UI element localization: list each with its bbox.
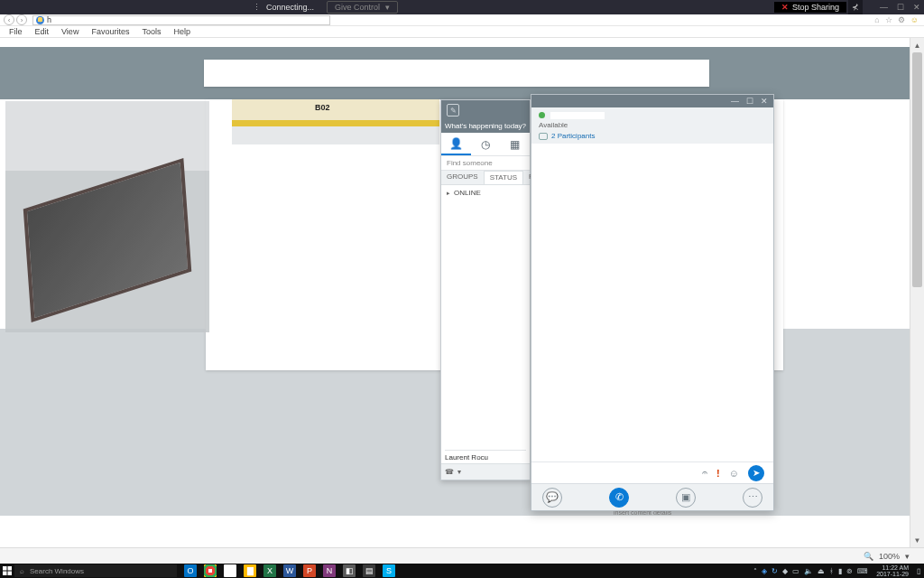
chevron-down-icon[interactable]: ▾: [457, 468, 461, 476]
menu-view[interactable]: View: [61, 27, 79, 36]
vertical-scrollbar[interactable]: ▲ ▼: [910, 38, 924, 547]
attach-icon[interactable]: 𝄐: [702, 467, 707, 479]
tab-groups[interactable]: GROUPS: [441, 171, 484, 184]
more-button[interactable]: ⋯: [743, 488, 762, 508]
favorites-icon[interactable]: ☆: [885, 15, 892, 24]
taskbar-app-ie[interactable]: e: [224, 564, 236, 577]
menu-help[interactable]: Help: [173, 27, 190, 36]
search-placeholder: Search Windows: [30, 567, 84, 575]
taskbar-app-word[interactable]: W: [283, 564, 296, 577]
emoji-icon[interactable]: ☺: [729, 468, 739, 479]
taskbar-app-explorer[interactable]: ▇: [244, 564, 256, 577]
taskbar-app-excel[interactable]: X: [263, 564, 276, 577]
tab-status[interactable]: STATUS: [484, 171, 523, 184]
scroll-up-button[interactable]: ▲: [910, 38, 924, 52]
settings-gear-icon[interactable]: ⚙: [898, 15, 905, 24]
taskbar-app-skype[interactable]: S: [383, 564, 395, 577]
scroll-down-button[interactable]: ▼: [910, 533, 924, 547]
svg-rect-3: [8, 572, 13, 576]
minimize-button[interactable]: —: [880, 3, 888, 12]
phone-device-icon[interactable]: ☎: [445, 468, 454, 476]
address-bar[interactable]: h: [32, 15, 330, 25]
pin-button[interactable]: ⊀: [848, 0, 863, 14]
svg-rect-2: [3, 572, 7, 576]
zoom-icon[interactable]: 🔍: [864, 552, 873, 561]
system-tray: ˄ ◈ ↻ ◆ ▭ 🔈 ⏏ ᚼ ▮ ⊚ ⌨ 11:22 AM 2017-11-2…: [753, 564, 924, 577]
stop-sharing-button[interactable]: ✕ Stop Sharing: [774, 2, 846, 13]
history-tab-button[interactable]: ◷: [471, 133, 501, 155]
tray-network-icon[interactable]: ▭: [792, 567, 799, 575]
menu-tools[interactable]: Tools: [142, 27, 161, 36]
give-control-label: Give Control: [335, 3, 380, 12]
tray-indicator-1[interactable]: ◆: [782, 567, 788, 575]
start-button[interactable]: [0, 564, 14, 578]
tray-sync-icon[interactable]: ↻: [772, 567, 778, 575]
svg-rect-1: [8, 566, 13, 571]
hero-photo: [5, 101, 209, 332]
participants-link[interactable]: 2 Participants: [539, 132, 766, 140]
back-button[interactable]: ‹: [4, 14, 14, 25]
tray-chevron-up-icon[interactable]: ˄: [753, 567, 757, 575]
contact-row[interactable]: Laurent Rocu: [445, 450, 526, 461]
tray-input-icon[interactable]: ⌨: [857, 567, 868, 575]
conv-minimize-button[interactable]: —: [731, 97, 739, 106]
clock-icon: ◷: [481, 138, 490, 151]
zoom-level[interactable]: 100%: [879, 552, 900, 561]
tray-shield-icon[interactable]: ◈: [762, 567, 767, 575]
tray-battery-icon[interactable]: ▮: [838, 567, 842, 575]
person-icon: 👤: [449, 137, 463, 150]
menu-file[interactable]: File: [9, 27, 23, 36]
call-button[interactable]: ✆: [609, 488, 629, 508]
smiley-icon[interactable]: ☺: [910, 15, 919, 24]
whats-happening-label[interactable]: What's happening today?: [445, 122, 526, 130]
taskbar-app-generic-1[interactable]: ◧: [343, 564, 356, 577]
taskbar-app-chrome[interactable]: [204, 564, 217, 577]
taskbar-app-onenote[interactable]: N: [323, 564, 336, 577]
calendar-tab-button[interactable]: ▦: [500, 133, 530, 155]
contacts-tab-button[interactable]: 👤: [441, 133, 471, 155]
menu-favourites[interactable]: Favourites: [91, 27, 129, 36]
taskbar-app-outlook[interactable]: O: [184, 564, 197, 577]
note-icon[interactable]: ✎: [447, 104, 459, 117]
connecting-status: ⋮ Connecting...: [253, 3, 314, 12]
give-control-button[interactable]: Give Control ▾: [327, 1, 398, 14]
phone-icon: ✆: [615, 491, 624, 503]
scroll-thumb[interactable]: [912, 52, 922, 287]
tray-wifi-icon[interactable]: ⊚: [846, 567, 853, 575]
home-icon[interactable]: ⌂: [874, 15, 879, 24]
clock-date: 2017-11-29: [876, 571, 909, 577]
message-history-area[interactable]: [531, 144, 773, 460]
chat-icon: 💬: [546, 491, 559, 503]
address-text: h: [47, 15, 51, 24]
tray-volume-icon[interactable]: 🔈: [804, 567, 813, 575]
browser-top-right-icons: ⌂ ☆ ⚙ ☺: [874, 15, 924, 24]
pin-icon: ⊀: [852, 3, 859, 12]
maximize-button[interactable]: ☐: [897, 3, 904, 12]
forward-button[interactable]: ›: [16, 14, 27, 25]
participants-icon: [539, 133, 548, 140]
tray-bluetooth-icon[interactable]: ᚼ: [829, 567, 834, 575]
connecting-label: Connecting...: [266, 3, 314, 12]
close-button[interactable]: ✕: [913, 3, 920, 12]
taskbar-clock[interactable]: 11:22 AM 2017-11-29: [873, 564, 912, 577]
participants-label: 2 Participants: [551, 132, 595, 140]
tray-safely-remove-icon[interactable]: ⏏: [818, 567, 825, 575]
conv-maximize-button[interactable]: ☐: [746, 97, 753, 106]
conv-close-button[interactable]: ✕: [761, 97, 768, 106]
find-someone-input[interactable]: Find someone: [441, 156, 530, 171]
taskbar-search-input[interactable]: ⌕ Search Windows: [14, 564, 177, 577]
importance-icon[interactable]: !: [716, 468, 720, 479]
calendar-icon: ▦: [510, 138, 520, 151]
group-online[interactable]: ONLINE: [441, 185, 530, 200]
taskbar-app-powerpoint[interactable]: P: [303, 564, 316, 577]
send-button[interactable]: ➤: [748, 465, 764, 481]
zoom-chevron-icon[interactable]: ▾: [905, 552, 910, 561]
im-button[interactable]: 💬: [542, 488, 562, 508]
action-center-icon[interactable]: ▯: [917, 567, 920, 575]
conversation-window: — ☐ ✕ Available 2 Participants 𝄐 ! ☺ ➤ 💬…: [531, 94, 774, 511]
present-button[interactable]: ▣: [676, 488, 696, 508]
taskbar-app-generic-2[interactable]: ▤: [363, 564, 375, 577]
message-input-row: 𝄐 ! ☺ ➤: [531, 461, 773, 483]
conversation-action-row: 💬 ✆ ▣ ⋯: [531, 483, 773, 510]
menu-edit[interactable]: Edit: [35, 27, 50, 36]
